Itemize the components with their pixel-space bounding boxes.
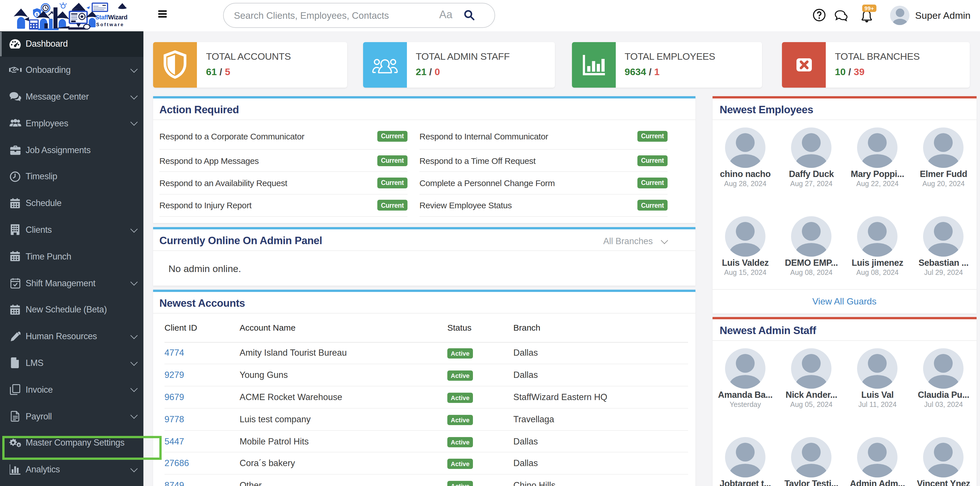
svg-text:StaffWizard: StaffWizard	[95, 14, 127, 21]
svg-text:$: $	[36, 12, 38, 17]
svg-text:Software: Software	[96, 22, 124, 27]
